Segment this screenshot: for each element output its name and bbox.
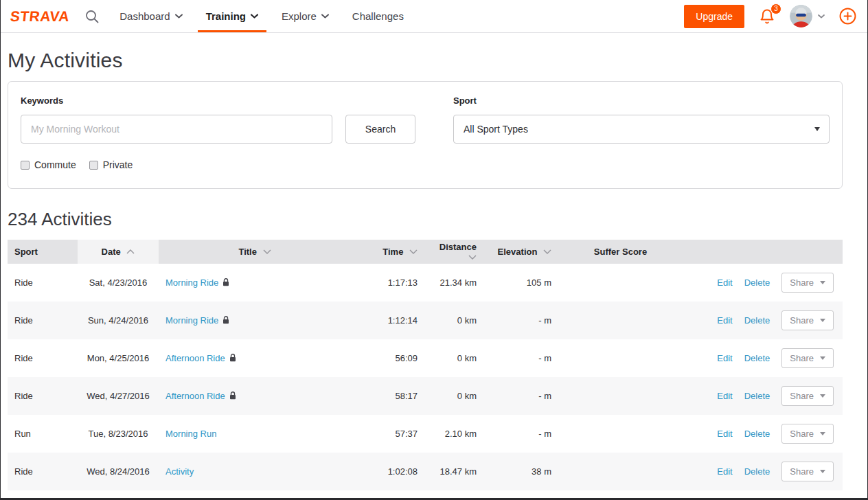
edit-link[interactable]: Edit: [717, 466, 732, 477]
share-button-label: Share: [790, 466, 814, 477]
triangle-down-icon: [820, 432, 825, 435]
activity-title-link[interactable]: Morning Ride: [165, 277, 218, 288]
share-button-label: Share: [790, 429, 814, 439]
cell-suffer-score: [560, 415, 681, 453]
profile-menu[interactable]: [790, 5, 825, 27]
strava-logo[interactable]: STRAVA: [10, 8, 71, 25]
cell-time: 56:09: [351, 339, 426, 377]
cell-elevation: - m: [488, 377, 560, 415]
cell-suffer-score: [560, 264, 681, 302]
share-button[interactable]: Share: [781, 424, 834, 444]
activity-title-link[interactable]: Morning Run: [165, 429, 216, 439]
activities-table: Sport Date Title Time Dis: [8, 240, 843, 490]
notifications-button[interactable]: 3: [759, 8, 775, 25]
keywords-label: Keywords: [21, 95, 427, 106]
nav-item-explore[interactable]: Explore: [270, 0, 341, 33]
share-button[interactable]: Share: [781, 386, 834, 406]
cell-date: Mon, 4/25/2016: [78, 339, 159, 377]
delete-link[interactable]: Delete: [744, 429, 770, 439]
table-row: RunTue, 8/23/2016Morning Run57:372.10 km…: [8, 415, 843, 453]
cell-suffer-score: [560, 453, 681, 490]
triangle-down-icon: [820, 319, 825, 322]
table-row: RideSun, 4/24/2016Morning Ride1:12:140 k…: [8, 302, 843, 339]
keywords-section: Keywords Search Commute Private: [21, 93, 427, 170]
add-activity-button[interactable]: [839, 8, 856, 25]
delete-link[interactable]: Delete: [744, 391, 770, 401]
lock-icon: [222, 278, 229, 286]
share-button[interactable]: Share: [781, 273, 834, 293]
column-header-time[interactable]: Time: [351, 240, 426, 264]
nav-item-label: Training: [206, 10, 246, 22]
search-button-nav[interactable]: [84, 9, 100, 24]
share-button-label: Share: [790, 315, 814, 326]
cell-title: Morning Ride: [159, 264, 351, 302]
cell-title: Afternoon Ride: [159, 339, 351, 377]
edit-link[interactable]: Edit: [717, 353, 732, 363]
activity-title-link[interactable]: Morning Ride: [165, 315, 218, 326]
edit-link[interactable]: Edit: [717, 315, 732, 326]
cell-elevation: 105 m: [488, 264, 560, 302]
column-header-suffer-score[interactable]: Suffer Score: [560, 240, 681, 264]
search-button[interactable]: Search: [345, 115, 415, 144]
cell-distance: 0 km: [426, 339, 488, 377]
column-header-elevation[interactable]: Elevation: [488, 240, 560, 264]
nav-item-dashboard[interactable]: Dashboard: [108, 0, 194, 33]
sport-select[interactable]: All Sport Types: [453, 115, 830, 144]
share-button[interactable]: Share: [781, 310, 834, 330]
share-button-label: Share: [790, 277, 814, 288]
lock-icon: [229, 391, 236, 400]
upgrade-button[interactable]: Upgrade: [684, 5, 744, 28]
cell-time: 58:17: [351, 377, 426, 415]
table-header: Sport Date Title Time Dis: [8, 240, 843, 264]
chevron-down-icon: [175, 14, 183, 19]
nav-item-training[interactable]: Training: [194, 0, 270, 33]
commute-checkbox[interactable]: [21, 161, 30, 170]
top-nav: STRAVA Dashboard Training Explore Challe…: [1, 0, 867, 33]
cell-actions: EditDeleteShare: [681, 302, 843, 339]
cell-title: Morning Run: [159, 415, 351, 453]
cell-suffer-score: [560, 377, 681, 415]
activity-title-link[interactable]: Afternoon Ride: [165, 391, 225, 401]
column-header-title[interactable]: Title: [159, 240, 351, 264]
sort-desc-icon: [409, 249, 418, 254]
private-checkbox-label[interactable]: Private: [89, 159, 133, 170]
chevron-down-icon: [818, 14, 825, 19]
cell-date: Wed, 4/27/2016: [78, 377, 159, 415]
cell-actions: EditDeleteShare: [681, 264, 843, 302]
cell-sport: Run: [8, 415, 78, 453]
nav-item-challenges[interactable]: Challenges: [341, 0, 415, 33]
column-header-date[interactable]: Date: [78, 240, 159, 264]
sport-label: Sport: [453, 95, 830, 106]
cell-sport: Ride: [8, 453, 78, 490]
sort-desc-icon: [543, 249, 551, 254]
delete-link[interactable]: Delete: [744, 315, 770, 326]
filter-panel: Keywords Search Commute Private: [8, 81, 843, 189]
column-header-sport[interactable]: Sport: [8, 240, 78, 264]
cell-actions: EditDeleteShare: [681, 377, 843, 415]
table-row: RideWed, 4/27/2016Afternoon Ride58:170 k…: [8, 377, 843, 415]
triangle-down-icon: [820, 470, 825, 473]
cell-elevation: 38 m: [488, 453, 560, 490]
commute-checkbox-label[interactable]: Commute: [21, 159, 76, 170]
triangle-down-icon: [820, 281, 825, 284]
delete-link[interactable]: Delete: [744, 353, 770, 363]
edit-link[interactable]: Edit: [717, 391, 732, 401]
keywords-input[interactable]: [21, 115, 332, 144]
edit-link[interactable]: Edit: [717, 277, 732, 288]
cell-sport: Ride: [8, 302, 78, 339]
private-checkbox[interactable]: [89, 161, 98, 170]
activity-title-link[interactable]: Activity: [165, 466, 194, 477]
activities-body: RideSat, 4/23/2016Morning Ride1:17:1321.…: [8, 264, 843, 490]
edit-link[interactable]: Edit: [717, 429, 732, 439]
table-row: RideWed, 8/24/2016Activity1:02:0818.47 k…: [8, 453, 843, 490]
filter-checkboxes: Commute Private: [21, 159, 427, 170]
share-button[interactable]: Share: [781, 348, 834, 368]
column-header-distance[interactable]: Distance: [426, 240, 488, 264]
cell-distance: 0 km: [426, 377, 488, 415]
sort-desc-icon: [468, 255, 477, 260]
share-button[interactable]: Share: [781, 462, 834, 481]
delete-link[interactable]: Delete: [744, 466, 770, 477]
cell-actions: EditDeleteShare: [681, 415, 843, 453]
activity-title-link[interactable]: Afternoon Ride: [165, 353, 225, 363]
delete-link[interactable]: Delete: [744, 277, 770, 288]
